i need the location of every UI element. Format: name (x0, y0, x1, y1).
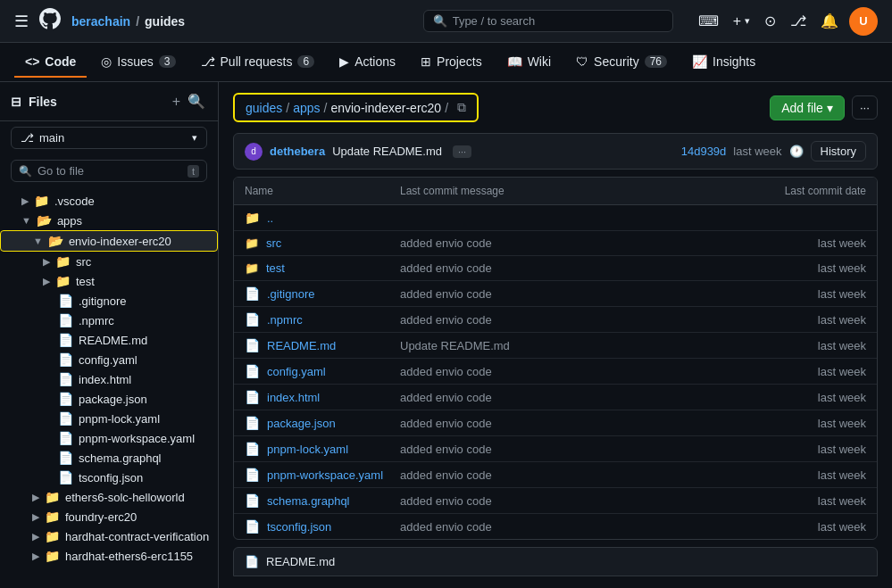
table-row[interactable]: 📁 src added envio code last week (234, 231, 877, 256)
file-icon: 📄 (58, 333, 73, 347)
folder-icon: 📁 (245, 236, 259, 250)
col-commit-msg: Last commit message (400, 185, 711, 197)
table-row[interactable]: 📄 README.md Update README.md last week (234, 333, 877, 359)
file-icon: 📄 (58, 392, 73, 406)
sidebar-item-pnpmworkspaceyaml[interactable]: 📄 pnpm-workspace.yaml (0, 428, 218, 448)
table-row[interactable]: 📄 schema.graphql added envio code last w… (234, 488, 877, 514)
pullrequests-icon-btn[interactable]: ⎇ (787, 9, 810, 33)
tab-actions[interactable]: ▶ Actions (329, 47, 406, 78)
files-icon: ⊟ (11, 95, 21, 109)
table-row[interactable]: 📄 config.yaml added envio code last week (234, 359, 877, 385)
parent-folder-icon: 📁 (245, 211, 260, 225)
tab-actions-label: Actions (354, 54, 396, 69)
table-row[interactable]: 📄 index.html added envio code last week (234, 385, 877, 410)
commit-author[interactable]: dethebera (270, 145, 325, 158)
issues-tab-icon: ◎ (101, 54, 112, 69)
sidebar-item-hardhat-ethers[interactable]: ▶ 📁 hardhat-ethers6-erc1155 (0, 546, 218, 566)
sidebar-item-hardhat[interactable]: ▶ 📁 hardhat-contract-verification (0, 526, 218, 546)
pr-badge: 6 (297, 55, 314, 68)
breadcrumb-apps[interactable]: apps (293, 101, 320, 115)
sidebar-item-envio-indexer-erc20[interactable]: ▼ 📂 envio-indexer-erc20 (0, 230, 218, 252)
code-icon: <> (25, 54, 39, 69)
sidebar: ⊟ Files + 🔍 ⎇ main ▾ 🔍 Go to file t (0, 82, 219, 588)
file-name-cell: 📄 package.json (245, 416, 400, 430)
nav-repo-name[interactable]: guides (145, 14, 185, 29)
tab-pullrequests[interactable]: ⎇ Pull requests 6 (190, 47, 326, 78)
content-area: guides / apps / envio-indexer-erc20 / ⧉ … (219, 82, 892, 588)
folder-icon: 📁 (45, 529, 60, 543)
tab-projects[interactable]: ⊞ Projects (410, 47, 493, 78)
file-name-cell: 📄 pnpm-workspace.yaml (245, 468, 400, 482)
sidebar-item-ethers6[interactable]: ▶ 📁 ethers6-solc-helloworld (0, 487, 218, 507)
history-btn[interactable]: History (811, 141, 866, 161)
table-row[interactable]: 📄 .npmrc added envio code last week (234, 307, 877, 333)
breadcrumb-guides[interactable]: guides (246, 101, 282, 115)
file-name-cell: 📄 .gitignore (245, 286, 400, 301)
commit-right: 14d939d last week 🕐 History (681, 141, 866, 161)
tab-code[interactable]: <> Code (14, 47, 87, 78)
table-row[interactable]: 📁 test added envio code last week (234, 256, 877, 281)
sidebar-item-gitignore[interactable]: 📄 .gitignore (0, 291, 218, 311)
sidebar-item-configyaml[interactable]: 📄 config.yaml (0, 350, 218, 369)
table-row[interactable]: 📁 .. (234, 205, 877, 231)
sidebar-item-packagejson[interactable]: 📄 package.json (0, 389, 218, 409)
chevron-right-icon: ▶ (32, 511, 39, 523)
commit-time: last week (733, 145, 781, 158)
sidebar-item-foundry[interactable]: ▶ 📁 foundry-erc20 (0, 507, 218, 526)
wiki-icon: 📖 (507, 54, 522, 69)
table-row[interactable]: 📄 .gitignore added envio code last week (234, 281, 877, 307)
add-file-btn[interactable]: Add file ▾ (770, 95, 845, 120)
sidebar-item-apps[interactable]: ▼ 📂 apps (0, 211, 218, 230)
tab-wiki[interactable]: 📖 Wiki (496, 47, 562, 78)
issues-icon-btn[interactable]: ⊙ (761, 9, 779, 33)
file-icon: 📄 (245, 468, 260, 482)
folder-icon: 📁 (55, 254, 71, 269)
global-search[interactable]: 🔍 Type / to search (423, 10, 673, 32)
sidebar-actions: + 🔍 (171, 91, 207, 112)
search-files-btn[interactable]: 🔍 (186, 91, 207, 112)
avatar[interactable]: U (849, 7, 878, 36)
new-file-btn[interactable]: + (171, 91, 182, 112)
file-icon: 📄 (58, 294, 73, 308)
readme-bar: 📄 README.md (233, 547, 878, 576)
hamburger-icon[interactable]: ☰ (14, 12, 29, 31)
tab-insights[interactable]: 📈 Insights (681, 47, 766, 78)
table-row[interactable]: 📄 tsconfig.json added envio code last we… (234, 514, 877, 539)
branch-selector[interactable]: ⎇ main ▾ (11, 127, 207, 149)
sidebar-item-readme[interactable]: 📄 README.md (0, 330, 218, 350)
tab-insights-label: Insights (713, 54, 755, 69)
file-icon: 📄 (58, 470, 73, 484)
table-row[interactable]: 📄 pnpm-lock.yaml added envio code last w… (234, 436, 877, 462)
sidebar-search-area: 🔍 Go to file t (0, 154, 218, 187)
commit-left: d dethebera Update README.md ··· (245, 143, 471, 161)
chevron-right-icon: ▶ (21, 195, 29, 207)
plus-btn[interactable]: + ▾ (729, 10, 754, 33)
table-row[interactable]: 📄 pnpm-workspace.yaml added envio code l… (234, 462, 877, 488)
github-logo-icon[interactable] (39, 8, 61, 35)
sidebar-item-vscode[interactable]: ▶ 📁 .vscode (0, 191, 218, 211)
more-options-btn[interactable]: ··· (852, 95, 878, 120)
folder-icon: 📁 (55, 274, 71, 288)
sidebar-item-pnpmlockyaml[interactable]: 📄 pnpm-lock.yaml (0, 409, 218, 428)
sub-nav: <> Code ◎ Issues 3 ⎇ Pull requests 6 ▶ A… (0, 43, 892, 82)
nav-repo-owner[interactable]: berachain (71, 14, 130, 29)
file-icon: 📄 (58, 352, 73, 367)
table-header: Name Last commit message Last commit dat… (234, 178, 877, 205)
copy-path-btn[interactable]: ⧉ (457, 100, 466, 115)
commit-hash[interactable]: 14d939d (681, 145, 727, 158)
tab-issues[interactable]: ◎ Issues 3 (90, 47, 186, 78)
table-row[interactable]: 📄 package.json added envio code last wee… (234, 410, 877, 436)
sidebar-item-test[interactable]: ▶ 📁 test (0, 271, 218, 291)
terminal-icon-btn[interactable]: ⌨ (695, 9, 722, 33)
nav-breadcrumb: berachain / guides (71, 14, 185, 29)
sidebar-search-input[interactable]: 🔍 Go to file t (11, 160, 207, 182)
tab-security[interactable]: 🛡 Security 76 (565, 47, 678, 78)
sidebar-item-src[interactable]: ▶ 📁 src (0, 252, 218, 271)
chevron-down-icon: ▾ (745, 15, 750, 27)
sidebar-item-npmrc[interactable]: 📄 .npmrc (0, 311, 218, 330)
folder-icon: 📁 (34, 194, 49, 208)
sidebar-item-indexhtml[interactable]: 📄 index.html (0, 369, 218, 389)
notifications-icon-btn[interactable]: 🔔 (817, 9, 842, 33)
sidebar-item-tsconfigjson[interactable]: 📄 tsconfig.json (0, 468, 218, 487)
sidebar-item-schemagraphql[interactable]: 📄 schema.graphql (0, 448, 218, 468)
